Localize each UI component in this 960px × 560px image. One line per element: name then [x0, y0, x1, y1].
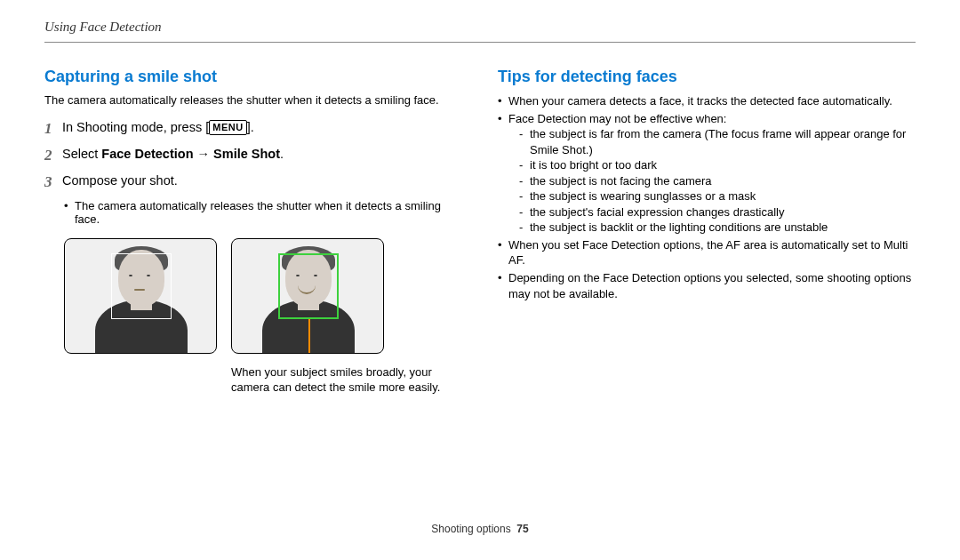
- step-2: 2 Select Face Detection → Smile Shot.: [44, 146, 462, 166]
- tip-2-sub-4: -the subject is wearing sunglasses or a …: [519, 188, 916, 204]
- steps-list: 1 In Shooting mode, press [MENU]. 2 Sele…: [44, 119, 462, 193]
- left-intro: The camera automatically releases the sh…: [44, 93, 462, 108]
- tip-2-sub-1: -the subject is far from the camera (The…: [519, 126, 916, 157]
- tip-2-sub-3: -the subject is not facing the camera: [519, 173, 916, 189]
- tip-2-sub-3-text: the subject is not facing the camera: [530, 173, 712, 189]
- page-footer: Shooting options 75: [0, 523, 960, 535]
- step-2-text-a: Select: [62, 147, 101, 161]
- illustration-wrap: When your subject smiles broadly, your c…: [44, 238, 462, 396]
- tip-3: •When you set Face Detection options, th…: [498, 237, 916, 268]
- page-header: Using Face Detection: [44, 20, 916, 35]
- header-divider: [44, 42, 916, 43]
- step-3-sub-bullet: • The camera automatically releases the …: [64, 199, 462, 226]
- menu-icon: MENU: [209, 120, 246, 135]
- tip-4: •Depending on the Face Detection options…: [498, 270, 916, 301]
- step-3-number: 3: [44, 172, 62, 193]
- step-1-text-a: In Shooting mode, press [: [62, 120, 209, 134]
- arrow-icon: →: [194, 147, 214, 161]
- tips-list: •When your camera detects a face, it tra…: [498, 93, 916, 301]
- illustration-caption: When your subject smiles broadly, your c…: [231, 364, 444, 396]
- tip-2-sub-2-text: it is too bright or too dark: [530, 157, 657, 173]
- tip-2-sub-1-text: the subject is far from the camera (The …: [530, 126, 916, 157]
- tip-3-text: When you set Face Detection options, the…: [508, 237, 916, 268]
- step-2-text-c: Smile Shot: [213, 147, 280, 161]
- step-1-number: 1: [44, 119, 62, 140]
- step-2-text-d: .: [280, 147, 284, 161]
- right-heading: Tips for detecting faces: [498, 68, 916, 86]
- step-2-text: Select Face Detection → Smile Shot.: [62, 146, 462, 164]
- step-3-text: Compose your shot.: [62, 172, 462, 190]
- step-2-text-b: Face Detection: [101, 147, 193, 161]
- tip-2-sub-2: -it is too bright or too dark: [519, 157, 916, 173]
- tip-2-text: Face Detection may not be effective when…: [508, 112, 726, 125]
- focus-frame-white-icon: [111, 253, 172, 319]
- bullet-icon: •: [64, 199, 75, 226]
- tip-2-sub-5: -the subject's facial expression changes…: [519, 204, 916, 220]
- step-2-number: 2: [44, 146, 62, 166]
- focus-frame-green-icon: [278, 253, 339, 319]
- illustration-smile: [231, 238, 384, 354]
- right-column: Tips for detecting faces •When your came…: [498, 68, 916, 396]
- tip-4-text: Depending on the Face Detection options …: [508, 270, 916, 301]
- page: Using Face Detection Capturing a smile s…: [0, 0, 960, 544]
- step-1: 1 In Shooting mode, press [MENU].: [44, 119, 462, 140]
- tip-1-text: When your camera detects a face, it trac…: [508, 93, 916, 109]
- step-3: 3 Compose your shot.: [44, 172, 462, 193]
- step-3-sub-text: The camera automatically releases the sh…: [75, 199, 462, 226]
- tip-2-sublist: -the subject is far from the camera (The…: [519, 126, 916, 236]
- step-1-text-b: ].: [247, 120, 254, 134]
- tip-2-sub-6-text: the subject is backlit or the lighting c…: [530, 220, 828, 236]
- footer-page-number: 75: [516, 523, 528, 535]
- illustration-neutral: [64, 238, 217, 354]
- step-1-text: In Shooting mode, press [MENU].: [62, 119, 462, 137]
- tip-2-sub-6: -the subject is backlit or the lighting …: [519, 220, 916, 236]
- tip-1: •When your camera detects a face, it tra…: [498, 93, 916, 109]
- left-column: Capturing a smile shot The camera automa…: [44, 68, 462, 396]
- tip-2-sub-4-text: the subject is wearing sunglasses or a m…: [530, 188, 756, 204]
- footer-section: Shooting options: [431, 523, 510, 535]
- illustration-row: [64, 238, 462, 354]
- tip-2: • Face Detection may not be effective wh…: [498, 111, 916, 236]
- callout-leader-icon: [308, 319, 310, 354]
- columns: Capturing a smile shot The camera automa…: [44, 68, 916, 396]
- left-heading: Capturing a smile shot: [44, 68, 462, 86]
- tip-2-sub-5-text: the subject's facial expression changes …: [530, 204, 784, 220]
